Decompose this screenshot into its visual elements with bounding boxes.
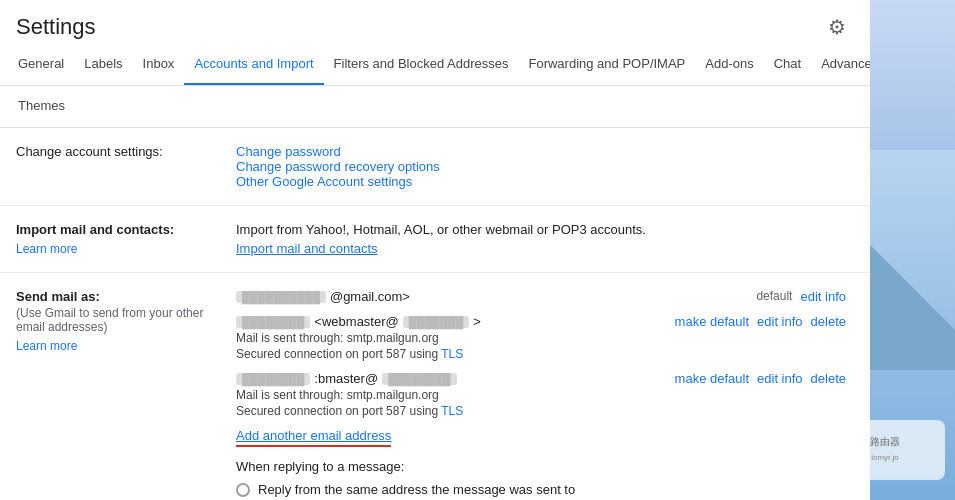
email3-address: :bmaster@ xyxy=(314,371,378,386)
change-account-value: Change password Change password recovery… xyxy=(236,144,854,189)
email3-detail1: Mail is sent through: smtp.mailgun.org xyxy=(236,388,675,402)
email-row-2: ████████ <webmaster@ ███████ > Mail is s… xyxy=(236,314,854,361)
send-mail-learn-more-link[interactable]: Learn more xyxy=(16,339,77,353)
reply-section-title: When replying to a message: xyxy=(236,459,854,474)
change-account-row: Change account settings: Change password… xyxy=(0,128,870,206)
email3-edit-info-link[interactable]: edit info xyxy=(757,371,803,386)
change-password-recovery-link[interactable]: Change password recovery options xyxy=(236,159,440,174)
email2-delete-link[interactable]: delete xyxy=(811,314,846,329)
reply-option-1-label: Reply from the same address the message … xyxy=(258,482,575,497)
tab-inbox[interactable]: Inbox xyxy=(133,44,185,86)
page-title: Settings xyxy=(16,14,96,40)
email1-actions: default edit info xyxy=(756,289,846,304)
send-mail-row: Send mail as: (Use Gmail to send from yo… xyxy=(0,273,870,500)
add-email-link[interactable]: Add another email address xyxy=(236,428,391,447)
tab-general[interactable]: General xyxy=(8,44,74,86)
nav-tabs: General Labels Inbox Accounts and Import… xyxy=(0,44,870,86)
email2-address-end: > xyxy=(473,314,481,329)
tab-filters-blocked[interactable]: Filters and Blocked Addresses xyxy=(324,44,519,86)
email3-delete-link[interactable]: delete xyxy=(811,371,846,386)
tab-accounts-import[interactable]: Accounts and Import xyxy=(184,44,323,86)
import-mail-value: Import from Yahoo!, Hotmail, AOL, or oth… xyxy=(236,222,854,256)
tab-advanced[interactable]: Advanced xyxy=(811,44,870,86)
import-mail-contacts-link[interactable]: Import mail and contacts xyxy=(236,241,378,256)
email1-address: @gmail.com> xyxy=(330,289,410,304)
email2-make-default-link[interactable]: make default xyxy=(675,314,749,329)
import-mail-label: Import mail and contacts: Learn more xyxy=(16,222,236,256)
tab-labels[interactable]: Labels xyxy=(74,44,132,86)
change-account-label: Change account settings: xyxy=(16,144,236,159)
other-google-account-link[interactable]: Other Google Account settings xyxy=(236,174,412,189)
send-mail-label: Send mail as: (Use Gmail to send from yo… xyxy=(16,289,236,353)
email3-tls-link[interactable]: TLS xyxy=(441,404,463,418)
reply-option-1[interactable]: Reply from the same address the message … xyxy=(236,482,854,497)
email-info-1: ██████████ @gmail.com> xyxy=(236,289,756,306)
reply-section: When replying to a message: Reply from t… xyxy=(236,459,854,500)
email-row-1: ██████████ @gmail.com> default edit info xyxy=(236,289,854,306)
send-mail-value: ██████████ @gmail.com> default edit info… xyxy=(236,289,854,500)
reply-option-1-radio xyxy=(236,483,250,497)
email1-name-blurred: ██████████ xyxy=(236,291,326,303)
import-learn-more-link[interactable]: Learn more xyxy=(16,242,77,256)
email-info-2: ████████ <webmaster@ ███████ > Mail is s… xyxy=(236,314,675,361)
change-password-link[interactable]: Change password xyxy=(236,144,341,159)
email2-actions: make default edit info delete xyxy=(675,314,846,329)
email2-detail2: Secured connection on port 587 using TLS xyxy=(236,347,675,361)
email2-tls-link[interactable]: TLS xyxy=(441,347,463,361)
email2-edit-info-link[interactable]: edit info xyxy=(757,314,803,329)
email3-make-default-link[interactable]: make default xyxy=(675,371,749,386)
email2-domain-blurred: ███████ xyxy=(403,316,470,328)
tab-chat[interactable]: Chat xyxy=(764,44,811,86)
svg-text:lomyr.jo: lomyr.jo xyxy=(871,453,899,462)
tab-themes[interactable]: Themes xyxy=(8,86,75,128)
email-info-3: ████████ :bmaster@ ████████ Mail is sent… xyxy=(236,371,675,418)
email3-domain-blurred: ████████ xyxy=(382,373,456,385)
svg-text:路由器: 路由器 xyxy=(870,436,900,447)
email3-name-blurred: ████████ xyxy=(236,373,310,385)
email3-actions: make default edit info delete xyxy=(675,371,846,386)
email2-name-blurred: ████████ xyxy=(236,316,310,328)
settings-content: Change account settings: Change password… xyxy=(0,128,870,500)
email2-detail1: Mail is sent through: smtp.mailgun.org xyxy=(236,331,675,345)
email3-detail2: Secured connection on port 587 using TLS xyxy=(236,404,675,418)
email1-edit-info-link[interactable]: edit info xyxy=(800,289,846,304)
gear-button[interactable]: ⚙ xyxy=(820,10,854,44)
tab-forwarding-pop[interactable]: Forwarding and POP/IMAP xyxy=(518,44,695,86)
email-row-3: ████████ :bmaster@ ████████ Mail is sent… xyxy=(236,371,854,418)
email1-default-badge: default xyxy=(756,289,792,303)
gear-icon: ⚙ xyxy=(828,15,846,39)
email2-address: <webmaster@ xyxy=(314,314,398,329)
import-mail-row: Import mail and contacts: Learn more Imp… xyxy=(0,206,870,273)
tab-add-ons[interactable]: Add-ons xyxy=(695,44,763,86)
